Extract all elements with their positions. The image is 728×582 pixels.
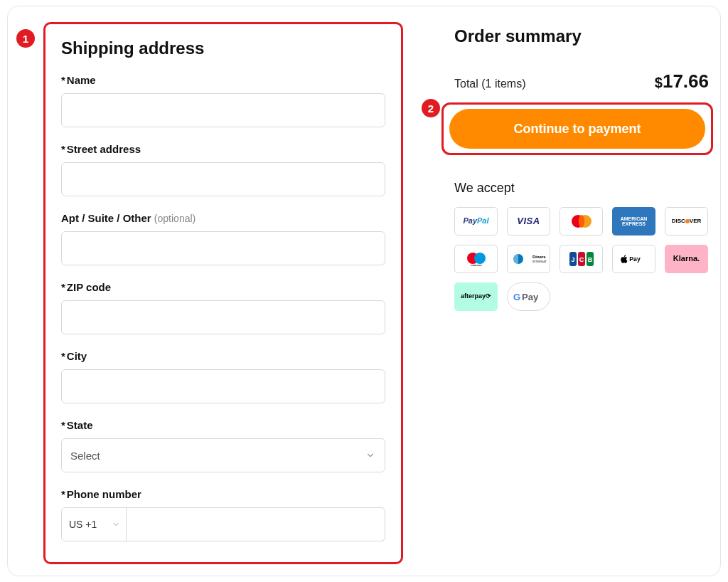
afterpay-icon: afterpay⟳: [454, 282, 498, 311]
summary-heading: Order summary: [454, 26, 709, 46]
order-summary-panel: Order summary Total (1 items) $17.66 Con…: [454, 26, 709, 311]
field-zip: *ZIP code: [61, 281, 385, 334]
svg-point-2: [578, 215, 584, 228]
svg-text:J: J: [571, 256, 574, 263]
apple-pay-icon: Pay: [612, 245, 655, 273]
label-apt: Apt / Suite / Other (optional): [61, 212, 385, 224]
field-phone: *Phone number US +1: [61, 488, 385, 541]
state-select-value: Select: [70, 450, 100, 462]
checkout-page: 1 2 Shipping address *Name *Street addre…: [7, 6, 721, 576]
phone-country-code-select[interactable]: US +1: [61, 507, 127, 541]
field-name: *Name: [61, 74, 385, 127]
jcb-icon: JCB: [560, 245, 603, 273]
svg-text:B: B: [587, 256, 592, 263]
we-accept-heading: We accept: [454, 181, 709, 196]
order-total-row: Total (1 items) $17.66: [454, 70, 709, 92]
klarna-icon: Klarna.: [665, 245, 708, 273]
optional-tag: (optional): [154, 213, 196, 224]
field-street: *Street address: [61, 143, 385, 196]
street-input[interactable]: [61, 162, 385, 196]
label-street: *Street address: [61, 143, 385, 155]
amex-icon: AMERICANEXPRESS: [612, 207, 655, 236]
total-label: Total (1 items): [454, 78, 525, 90]
svg-text:INTERNATIONAL: INTERNATIONAL: [532, 260, 547, 263]
callout-badge-1: 1: [16, 29, 35, 48]
mastercard-icon: [560, 207, 603, 236]
continue-callout-outline: Continue to payment: [441, 102, 713, 155]
required-star-icon: *: [61, 350, 65, 362]
svg-text:maestro: maestro: [471, 263, 482, 267]
name-input[interactable]: [61, 93, 385, 127]
svg-text:C: C: [579, 256, 584, 263]
visa-icon: VISA: [507, 207, 550, 236]
state-select[interactable]: Select: [61, 438, 385, 472]
label-phone: *Phone number: [61, 488, 385, 500]
svg-point-4: [474, 253, 486, 264]
total-amount: $17.66: [655, 70, 709, 92]
zip-input[interactable]: [61, 300, 385, 334]
apt-input[interactable]: [61, 231, 385, 265]
discover-icon: DISCVER: [665, 207, 708, 236]
required-star-icon: *: [61, 74, 65, 86]
diners-club-icon: Diners ClubINTERNATIONAL: [507, 245, 550, 273]
field-apt: Apt / Suite / Other (optional): [61, 212, 385, 265]
payment-methods-grid: PayPal VISA AMERICANEXPRESS DISCVER maes…: [454, 207, 709, 311]
svg-text:Pay: Pay: [629, 255, 641, 263]
label-zip: *ZIP code: [61, 281, 385, 293]
phone-input[interactable]: [127, 507, 385, 541]
field-state: *State Select: [61, 419, 385, 472]
required-star-icon: *: [61, 281, 65, 293]
label-name: *Name: [61, 74, 385, 86]
paypal-icon: PayPal: [454, 207, 498, 236]
callout-badge-2: 2: [422, 99, 440, 117]
svg-text:G: G: [513, 292, 520, 302]
label-state: *State: [61, 419, 385, 431]
required-star-icon: *: [61, 143, 65, 155]
chevron-down-icon: [112, 520, 120, 529]
svg-text:Diners Club: Diners Club: [532, 255, 547, 259]
city-input[interactable]: [61, 369, 385, 403]
required-star-icon: *: [61, 419, 65, 431]
shipping-address-panel: Shipping address *Name *Street address A…: [43, 22, 403, 564]
label-city: *City: [61, 350, 385, 362]
maestro-icon: maestro: [454, 245, 498, 273]
svg-text:Pay: Pay: [522, 292, 539, 302]
field-city: *City: [61, 350, 385, 403]
shipping-heading: Shipping address: [61, 38, 385, 58]
required-star-icon: *: [61, 488, 65, 500]
continue-to-payment-button[interactable]: Continue to payment: [449, 109, 705, 149]
google-pay-icon: GPay: [507, 282, 550, 311]
phone-cc-value: US +1: [69, 519, 97, 530]
